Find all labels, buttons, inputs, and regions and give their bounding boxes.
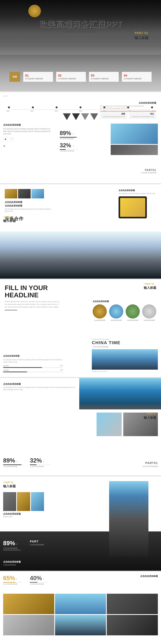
stat-num-32: 32% — [60, 142, 71, 148]
toc-text-3: 关于此处填写 关键词说明 — [91, 78, 117, 80]
stat-label-89: 点击此处添加副标题 — [60, 138, 78, 140]
click-title-1[interactable]: 点击此处添加标题 — [5, 201, 68, 204]
left-title-s6: 点击此处添加标题 Business title — [3, 512, 21, 518]
badge-result-title: 成绩 — [102, 112, 125, 115]
headline-body: Please right-click here to find you, see… — [5, 300, 60, 308]
toc-num-4: 04 — [124, 74, 150, 77]
bottom-dark-texts: 点击此处添加标题 点击此处添加标题 — [3, 560, 21, 566]
right-title-s7: 点击此处添加标题 — [140, 575, 158, 578]
rt-label-s7[interactable]: 点击此处添加标题 — [140, 575, 158, 578]
part01-area: PART01 点击此处添加副标题 — [141, 169, 156, 174]
right-title-label: 点击此处添加标题 — [100, 102, 156, 104]
grid-cell-1 — [3, 594, 54, 614]
lc-sub-s6: Business title — [3, 516, 21, 518]
panel-body-s5: 请点击此处输入相关文字内容请点击此处输入相关文字内容请点击此处输入相关文字内容请… — [3, 386, 76, 391]
part-title-s6: 输入标题 — [3, 484, 16, 488]
stat-fill-89-s5 — [3, 464, 22, 465]
stat-fill-32-s5 — [30, 464, 36, 465]
man-image — [109, 481, 148, 556]
part-label-s5: • PART 03 — [144, 412, 156, 415]
plus-button-left[interactable]: + — [3, 144, 50, 148]
sr-part-sub: 点击此处添加副标题 — [30, 544, 44, 546]
stat-plus-2: + — [73, 144, 74, 148]
img-sky — [32, 189, 44, 198]
tablet-screen — [120, 198, 145, 217]
circle-item-1: 点击此处添加说明 — [92, 304, 107, 321]
circle-img-1 — [92, 304, 107, 318]
circle-label-3: 点击此处添加说明 — [126, 319, 140, 321]
sr-label-89: 点击此处添加副标题 — [3, 547, 22, 549]
toc-item-2: 02 关于此处填写 关键词说明 — [56, 72, 86, 82]
sa-block-40: 40% + 点击此处添加副标题 — [30, 575, 49, 585]
badge-result: 成绩 点击此处输入内容点击此处输入内容 — [100, 111, 127, 119]
toc-num-1: 01 — [25, 74, 51, 77]
lc-title-s6[interactable]: 点击此处添加标题 — [3, 512, 21, 516]
dt-title-s6[interactable]: 点击此处添加标题 — [3, 560, 21, 563]
slide-7: 65% + 点击此处添加副标题 40% + 点击此处添加副标题 点击此处添加标题 — [0, 572, 161, 644]
left-panel-body: 请点击此处输入相关文字内容请点击此处输入相关文字内容请点击此处输入相关文字内容请… — [3, 128, 50, 135]
grid-cell-2 — [55, 594, 106, 614]
circles-row: 点击此处添加说明 点击此处添加说明 点击此处添加说明 点击此处添加说明 — [92, 304, 156, 321]
sa-num-40: 40% — [30, 575, 42, 582]
stat-block-32: 32% + 点击此处添加副标题 — [30, 457, 50, 468]
photo-grid — [3, 594, 158, 635]
sr-block-part: PART 点击此处添加副标题 — [30, 540, 44, 550]
grid-cell-6 — [107, 615, 158, 635]
city-overlay — [0, 232, 161, 278]
grid-cell-4 — [3, 615, 54, 635]
click-title-2[interactable]: 点击此处添加标题 — [5, 204, 68, 207]
badge-result-body: 点击此处输入内容点击此处输入内容 — [102, 116, 125, 118]
headline-area: FILL IN YOURHEADLINE Please right-click … — [5, 284, 60, 310]
dt-body-s6: 点击此处添加标题 — [3, 564, 21, 566]
circle-item-3: 点击此处添加说明 — [126, 304, 140, 321]
part-label: PART 01 — [134, 32, 148, 35]
wechat-icon[interactable]: ⊗ — [3, 137, 8, 142]
right-stats: 89% + 点击此处添加副标题 32% + 点击此处添加副标题 — [60, 130, 78, 154]
part-badge-s5: • PART 03 输入标题 — [144, 412, 156, 420]
biz-img-1 — [3, 492, 16, 511]
triangle-4 — [90, 113, 98, 120]
rt-boxes: 成绩 点击此处输入内容点击此处输入内容 结论 点击此处输入内容点击此处输入内容 — [100, 111, 156, 119]
part-badge-s6: • PART 04 输入标题 — [3, 481, 16, 488]
rc-title[interactable]: 点击此处添加标题 — [118, 189, 158, 192]
bl-title-s4[interactable]: 点击此处添加标题 — [3, 354, 63, 358]
tablet-image — [118, 196, 147, 218]
biz-img-2 — [17, 492, 30, 511]
sr-fill-89 — [3, 550, 20, 550]
circles-title[interactable]: 点击此处添加标题 — [92, 300, 156, 303]
circle-label-2: 点击此处添加说明 — [109, 319, 123, 321]
sa-label-65: 点击此处添加副标题 — [3, 583, 22, 585]
toc-text-2: 关于此处填写 关键词说明 — [58, 78, 84, 80]
image-bottom — [111, 145, 158, 155]
badge-conclusion-title: 结论 — [131, 112, 154, 115]
slide-3: 点击此处添加标题 点击此处添加标题 请点击此处输入相关文字内容请点击此处输入相关… — [0, 184, 161, 278]
sr-num-89: 89% — [3, 540, 15, 546]
part-title-s4: 输入标题 — [144, 286, 156, 290]
prog-val-2: 40% — [60, 369, 63, 371]
toc-item-3: 03 关于此处填写 关键词说明 — [89, 72, 119, 82]
stat-block-89: 89% + 点击此处添加副标题 — [3, 457, 24, 468]
ship-image — [92, 349, 158, 370]
circle-item-4: 点击此处添加说明 — [142, 304, 156, 321]
china-sub: • 点击此处添加副标题 — [92, 346, 158, 348]
slide-6: • PART 04 输入标题 点击此处添加标题 Business title 8… — [0, 476, 161, 571]
stat-plus-32: + — [42, 460, 44, 463]
part-badge-s3: • PART 02 输入标题 — [3, 216, 16, 223]
part01-label: PART01 — [141, 169, 156, 172]
sr-part-label: PART — [30, 540, 44, 543]
right-content-s3: 点击此处添加标题 请点击此处输入相关文字内容请点击此处输入相关文字内容 — [118, 189, 158, 218]
panel-title-s5[interactable]: 点击此处添加标题 — [3, 383, 76, 386]
prog-val-1: 65% — [60, 365, 63, 367]
weibo-icon[interactable]: ♡ — [10, 137, 14, 142]
part01-sub-s5: 点击此处添加副标题 — [142, 465, 158, 468]
concrete-text: CONCRETE AS WIND — [92, 338, 158, 340]
triangle-1 — [63, 113, 71, 120]
headline-text: FILL IN YOURHEADLINE — [5, 284, 60, 299]
circle-img-2 — [109, 304, 123, 318]
stat-label-89-s5: 点击此处添加副标题 — [3, 466, 24, 468]
toc-label: 目录 — [10, 72, 20, 82]
slide-2: 1 / 04 2010 2011 2012 2013 2014 2015 201… — [0, 92, 161, 183]
part-label-s6: • PART 04 — [3, 481, 16, 484]
sa-fill-40 — [30, 582, 38, 583]
toc-item-1: 01 关于此处填写 关键词说明 — [23, 72, 53, 82]
